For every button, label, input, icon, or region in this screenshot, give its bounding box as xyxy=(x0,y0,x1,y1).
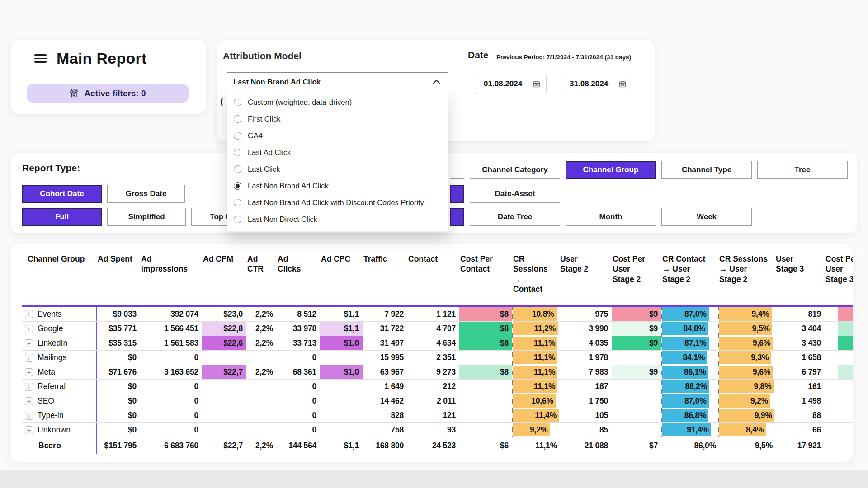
menu-icon[interactable] xyxy=(34,52,47,65)
cell-value: 63 967 xyxy=(380,367,407,377)
expand-row-button[interactable]: + xyxy=(25,383,33,391)
attribution-option-last-ad-click[interactable]: Last Ad Click xyxy=(227,144,448,161)
cell-cr_sessions_user_stage_2: 9,5% xyxy=(718,437,775,454)
cell-ad_impressions: 0 xyxy=(140,423,202,437)
expand-row-button[interactable]: + xyxy=(25,412,33,420)
column-header-cost_per_contact[interactable]: Cost Per Contact xyxy=(459,252,512,295)
attribution-select[interactable]: Last Non Brand Ad Click xyxy=(227,72,448,91)
report-type-button-simplified[interactable]: Simplified xyxy=(107,208,186,226)
date-from-input[interactable]: 01.08.2024 xyxy=(476,74,547,94)
column-header-cr_contact_user_stage_2[interactable]: CR Contact → User Stage 2 xyxy=(661,252,718,295)
column-header-ad_clicks[interactable]: Ad Clicks xyxy=(277,252,320,295)
report-type-button-gross-date[interactable]: Gross Date xyxy=(107,185,185,203)
cell-cr_contact_user_stage_2: 84,1% xyxy=(661,351,718,365)
expand-row-button[interactable]: + xyxy=(25,325,33,333)
calendar-icon[interactable] xyxy=(618,80,627,88)
date-to-input[interactable]: 31.08.2024 xyxy=(562,74,632,94)
cell-value: 0 xyxy=(312,353,320,362)
table-row-linkedin: +LinkedIn$35 3151 561 583$22,62,2%33 713… xyxy=(22,336,853,350)
column-header-ad_spent[interactable]: Ad Spent xyxy=(97,252,140,295)
cell-contact: 212 xyxy=(407,380,459,394)
radio-icon xyxy=(234,115,241,123)
cell-value: 1 978 xyxy=(589,353,612,362)
cell-user_stage_3: 1 658 xyxy=(775,351,825,365)
channel-name: Meta xyxy=(38,367,55,377)
cell-ad_ctr: 2,2% xyxy=(246,437,277,454)
column-header-ad_impressions[interactable]: Ad Impressions xyxy=(140,252,202,295)
bar-value: 11,1% xyxy=(513,351,557,365)
cell-traffic: 14 462 xyxy=(363,394,407,408)
table-row-type-in: +Type-in$00082812111,4%10586,8%9,9%88 xyxy=(22,408,853,422)
column-header-cr_sessions_contact[interactable]: CR Sessions → Contact xyxy=(512,252,559,295)
cell-ad_clicks: 8 512 xyxy=(277,307,320,321)
column-header-ad_cpc[interactable]: Ad CPC xyxy=(320,252,363,295)
attribution-option-ga4[interactable]: GA4 xyxy=(227,127,448,144)
column-header-user_stage_2[interactable]: User Stage 2 xyxy=(559,252,612,295)
attribution-option-last-non-direct-click[interactable]: Last Non Direct Click xyxy=(227,211,448,228)
bar-value: 88,2% xyxy=(662,380,709,394)
cell-ad_clicks: 0 xyxy=(277,408,320,422)
report-type-button-channel-type[interactable]: Channel Type xyxy=(661,161,752,179)
active-filters-badge[interactable]: Active filters: 0 xyxy=(27,84,189,103)
attribution-option-first-click[interactable]: First Click xyxy=(227,111,448,127)
report-type-button-channel-category[interactable]: Channel Category xyxy=(470,161,560,179)
expand-row-button[interactable]: + xyxy=(25,426,33,434)
cell-value: 1 566 451 xyxy=(164,324,202,333)
table-row-events: +Events$9 033392 074$23,02,2%8 512$1,17 … xyxy=(22,307,853,321)
column-header-channel[interactable]: Channel Group xyxy=(22,252,97,295)
cell-value: 86,0% xyxy=(694,441,718,450)
cell-value: 2,2% xyxy=(255,324,277,333)
attribution-option-last-non-brand-ad-click[interactable]: Last Non Brand Ad Click xyxy=(227,178,448,194)
cell-ad_impressions: 1 566 451 xyxy=(140,322,202,336)
report-type-row-left-1: Cohort DateGross Date xyxy=(22,185,185,203)
attribution-option-last-non-brand-ad-click-with-discount-codes-priority[interactable]: Last Non Brand Ad Click with Discount Co… xyxy=(227,194,448,211)
attribution-option-label: Last Click xyxy=(248,165,280,174)
report-type-button-date-asset[interactable]: Date-Asset xyxy=(470,185,560,203)
cell-cost_per_user_stage_2: $9 xyxy=(612,322,661,336)
column-header-cr_sessions_user_stage_2[interactable]: CR Sessions → User Stage 2 xyxy=(718,252,775,295)
report-type-button-channel-group[interactable]: Channel Group xyxy=(566,161,656,179)
cell-cost_per_user_stage_3 xyxy=(825,437,853,454)
cell-value: 14 462 xyxy=(380,396,407,406)
attribution-option-last-click[interactable]: Last Click xyxy=(227,161,448,178)
report-type-button-full[interactable]: Full xyxy=(22,208,102,226)
report-type-button-date-tree[interactable]: Date Tree xyxy=(470,208,560,226)
cell-ad_clicks: 33 978 xyxy=(277,322,320,336)
column-header-cost_per_user_stage_2[interactable]: Cost Per User Stage 2 xyxy=(612,252,661,295)
column-header-cost_per_user_stage_3[interactable]: Cost Per User Stage 3 xyxy=(825,252,853,295)
report-type-button-month[interactable]: Month xyxy=(566,208,656,226)
expand-row-button[interactable]: + xyxy=(25,368,33,376)
cell-value: 9,5% xyxy=(755,441,775,450)
expand-row-button[interactable]: + xyxy=(25,310,33,318)
cell-ad_ctr: 2,2% xyxy=(246,307,277,321)
cell-ad_cpc xyxy=(320,380,363,394)
cell-value: 1 658 xyxy=(802,353,825,362)
column-header-traffic[interactable]: Traffic xyxy=(363,252,407,295)
report-type-button-tree[interactable]: Tree xyxy=(757,161,848,179)
expand-row-button[interactable]: + xyxy=(25,339,33,347)
cell-value: $9 xyxy=(649,310,661,319)
column-header-ad_ctr[interactable]: Ad CTR xyxy=(246,252,277,295)
expand-row-button[interactable]: + xyxy=(25,354,33,362)
cell-value: 1 561 583 xyxy=(164,338,202,348)
cell-cost_per_contact: $8 xyxy=(459,307,512,321)
bar-value: 9,9% xyxy=(719,408,774,422)
attribution-selected-value: Last Non Brand Ad Click xyxy=(233,78,321,86)
report-type-button-cohort-date[interactable]: Cohort Date xyxy=(22,185,102,203)
bar-value: 9,2% xyxy=(513,423,550,437)
report-type-button-clipped[interactable] xyxy=(450,208,464,226)
column-header-contact[interactable]: Contact xyxy=(407,252,459,295)
cell-value: $35 771 xyxy=(108,324,140,333)
report-type-button-clipped[interactable] xyxy=(450,185,464,203)
attribution-option-custom-weighted-data-driven[interactable]: Custom (weighted, data-driven) xyxy=(227,94,448,111)
column-header-ad_cpm[interactable]: Ad CPM xyxy=(202,252,246,295)
cell-value: 392 074 xyxy=(170,310,202,319)
cell-contact: 9 273 xyxy=(407,365,459,379)
cell-cr_sessions_user_stage_2: 9,4% xyxy=(718,307,775,321)
report-type-button-week[interactable]: Week xyxy=(661,208,752,226)
report-type-button-clipped[interactable] xyxy=(450,161,464,179)
calendar-icon[interactable] xyxy=(533,80,541,88)
expand-row-button[interactable]: + xyxy=(25,397,33,405)
column-header-user_stage_3[interactable]: User Stage 3 xyxy=(775,252,825,295)
cell-cost_per_user_stage_2: $9 xyxy=(612,336,661,350)
